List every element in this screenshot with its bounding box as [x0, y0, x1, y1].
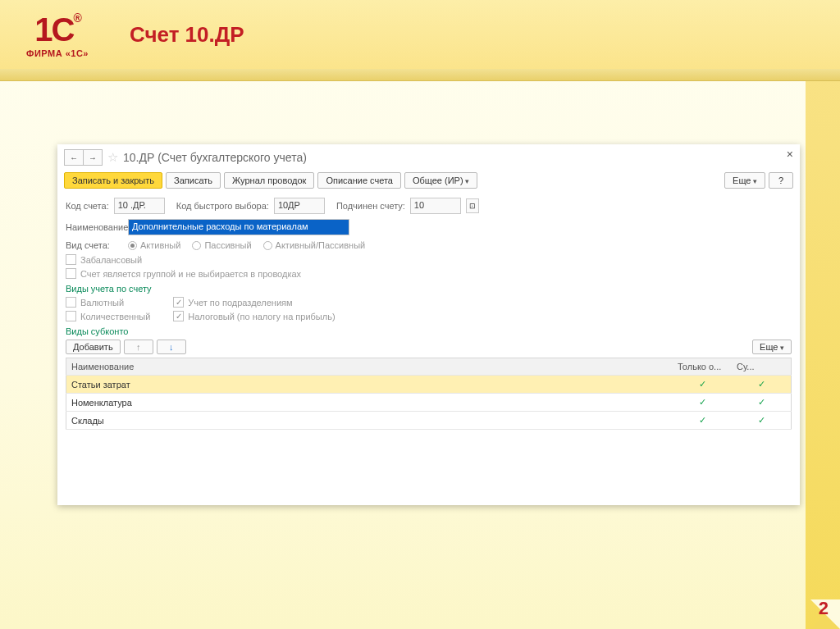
radio-active-passive-label: Активный/Пассивный — [276, 240, 366, 250]
row-kind: Вид счета: Активный Пассивный Активный/П… — [66, 238, 792, 253]
section-account-types: Виды учета по счету — [66, 280, 792, 295]
code-input[interactable]: 10 .ДР. — [114, 198, 165, 214]
subkonto-toolbar: Добавить ↑ ↓ Еще — [66, 338, 792, 358]
cell-name: Статьи затрат — [66, 376, 673, 394]
brand-reg: ® — [73, 11, 80, 25]
row-offbalance: Забалансовый — [66, 253, 792, 267]
save-button[interactable]: Записать — [166, 172, 221, 189]
fastcode-input[interactable]: 10ДР — [274, 198, 325, 214]
account-form: Код счета: 10 .ДР. Код быстрого выбора: … — [57, 192, 800, 433]
subkonto-more-button[interactable]: Еще — [752, 340, 792, 354]
radio-active[interactable]: Активный — [128, 240, 180, 250]
brand-subtitle: ФИРМА «1С» — [26, 48, 89, 58]
slide-title: Счет 10.ДР — [130, 22, 244, 48]
radio-passive-label: Пассивный — [204, 240, 251, 250]
brand-logo-text: 1C® — [34, 11, 80, 48]
account-types-grid: Валютный Количественный Учет по подразде… — [66, 295, 792, 323]
slide-page-number: 2 — [819, 598, 829, 619]
col-only[interactable]: Только о... — [673, 358, 732, 376]
window-title: 10.ДР (Счет бухгалтерского учета) — [123, 151, 307, 164]
label-name: Наименование: — [66, 222, 123, 232]
brand-logo: 1C® ФИРМА «1С» — [8, 11, 107, 58]
table-row[interactable]: Номенклатура✓✓ — [66, 394, 792, 412]
parent-open-icon[interactable]: ⊡ — [466, 198, 479, 213]
parent-input[interactable]: 10 — [410, 198, 461, 214]
slide-header: 1C® ФИРМА «1С» Счет 10.ДР — [0, 0, 840, 71]
row-isgroup: Счет является группой и не выбирается в … — [66, 267, 792, 280]
cell-only-check-icon[interactable]: ✓ — [673, 412, 732, 430]
cell-sum-check-icon[interactable]: ✓ — [732, 376, 792, 394]
slide-separator — [0, 69, 840, 81]
chk-offbalance-label: Забалансовый — [80, 255, 142, 265]
name-input[interactable]: Дополнительные расходы по материалам — [128, 219, 349, 235]
kind-radio-group: Активный Пассивный Активный/Пассивный — [128, 240, 365, 250]
chk-quantity-label: Количественный — [80, 312, 150, 321]
close-icon[interactable]: × — [787, 148, 793, 161]
table-header-row: Наименование Только о... Су... — [66, 358, 792, 376]
cell-only-check-icon[interactable]: ✓ — [673, 376, 732, 394]
main-toolbar: Записать и закрыть Записать Журнал прово… — [57, 169, 800, 192]
cell-name: Номенклатура — [66, 394, 673, 412]
chk-quantity[interactable] — [66, 311, 76, 321]
col-sum[interactable]: Су... — [732, 358, 792, 376]
chk-by-division-label: Учет по подразделениям — [188, 298, 292, 308]
more-button[interactable]: Еще — [724, 172, 765, 189]
chk-currency[interactable] — [66, 297, 76, 308]
add-button[interactable]: Добавить — [66, 340, 121, 354]
cell-sum-check-icon[interactable]: ✓ — [732, 412, 792, 430]
window-titlebar: ← → ☆ 10.ДР (Счет бухгалтерского учета) … — [57, 144, 800, 169]
chk-tax[interactable] — [173, 311, 184, 321]
row-codes: Код счета: 10 .ДР. Код быстрого выбора: … — [66, 195, 792, 217]
common-ir-button[interactable]: Общее (ИР) — [404, 172, 477, 189]
description-button[interactable]: Описание счета — [317, 172, 401, 189]
section-subkonto: Виды субконто — [66, 323, 792, 338]
chk-currency-label: Валютный — [80, 298, 124, 308]
col-name[interactable]: Наименование — [66, 358, 673, 376]
chk-isgroup[interactable] — [66, 268, 76, 279]
label-parent: Подчинен счету: — [336, 201, 405, 211]
radio-active-passive[interactable]: Активный/Пассивный — [263, 240, 366, 250]
cell-only-check-icon[interactable]: ✓ — [673, 394, 732, 412]
slide-side-strip — [806, 0, 840, 629]
nav-back-button[interactable]: ← — [64, 149, 84, 166]
label-kind: Вид счета: — [66, 240, 123, 250]
move-up-icon[interactable]: ↑ — [124, 340, 153, 354]
cell-sum-check-icon[interactable]: ✓ — [732, 394, 792, 412]
save-and-close-button[interactable]: Записать и закрыть — [64, 172, 162, 189]
radio-active-label: Активный — [140, 240, 180, 250]
cell-name: Склады — [66, 412, 673, 430]
move-down-icon[interactable]: ↓ — [157, 340, 186, 354]
subkonto-table: Наименование Только о... Су... Статьи за… — [66, 358, 792, 430]
journal-button[interactable]: Журнал проводок — [224, 172, 314, 189]
label-fastcode: Код быстрого выбора: — [176, 201, 269, 211]
favorite-star-icon[interactable]: ☆ — [107, 150, 118, 165]
chk-isgroup-label: Счет является группой и не выбирается в … — [80, 269, 301, 279]
table-row[interactable]: Статьи затрат✓✓ — [66, 376, 792, 394]
chk-by-division[interactable] — [173, 297, 184, 308]
row-name: Наименование: Дополнительные расходы по … — [66, 217, 792, 238]
chk-tax-label: Налоговый (по налогу на прибыль) — [188, 312, 335, 321]
label-code: Код счета: — [66, 201, 109, 211]
brand-1c: 1C — [34, 11, 73, 48]
app-window: ← → ☆ 10.ДР (Счет бухгалтерского учета) … — [57, 144, 800, 505]
radio-passive[interactable]: Пассивный — [192, 240, 251, 250]
table-row[interactable]: Склады✓✓ — [66, 412, 792, 430]
nav-forward-button[interactable]: → — [84, 149, 103, 166]
chk-offbalance[interactable] — [66, 254, 76, 265]
help-button[interactable]: ? — [769, 172, 793, 189]
